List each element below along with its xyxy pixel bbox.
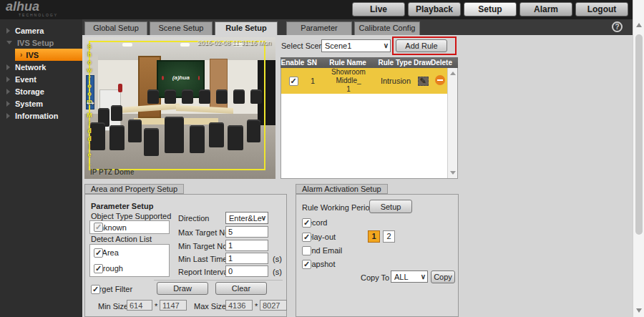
unknown-checkbox[interactable]: ✓	[94, 223, 103, 232]
chevron-down-icon: ∨	[421, 271, 426, 283]
table-scrollbar[interactable]	[447, 68, 457, 178]
sidebar-item-information[interactable]: Information	[0, 109, 82, 122]
send-email-checkbox[interactable]	[302, 246, 311, 255]
tab-rule-setup[interactable]: Rule Setup	[215, 21, 278, 35]
min-size-width-input[interactable]: 614	[127, 300, 152, 311]
multiply-sign: *	[155, 302, 157, 311]
col-delete: Delete	[431, 59, 447, 67]
sidebar-item-camera[interactable]: Camera	[0, 24, 82, 36]
col-draw: Draw	[414, 59, 431, 67]
relay-channel-2-button[interactable]: 2	[383, 230, 395, 243]
nav-logout-button[interactable]: Logout	[575, 2, 628, 16]
rule-name: Showroom Middle_ 1	[320, 68, 377, 94]
dahua-logo: alhua TECHNOLOGY	[6, 0, 58, 17]
rules-table-header: Enable SN Rule Name Rule Type Draw Delet…	[280, 57, 458, 68]
target-filter-row: ✓ Target Filter	[91, 285, 132, 293]
relay-out-option: ✓ Relay-out	[302, 233, 336, 241]
draw-rule-icon[interactable]: ✎	[418, 77, 429, 86]
snapshot-checkbox[interactable]: ✓	[302, 260, 311, 269]
chevron-down-icon: ∨	[261, 213, 266, 224]
divider	[154, 280, 283, 281]
add-rule-button[interactable]: Add Rule	[396, 39, 447, 52]
rule-enable-checkbox[interactable]: ✓	[289, 77, 298, 86]
delete-rule-icon[interactable]	[435, 75, 445, 85]
browser-scrollbar[interactable]	[633, 0, 644, 317]
expanded-arrow-icon	[6, 41, 12, 44]
max-target-label: Max Target No.	[178, 228, 231, 237]
max-target-input[interactable]: 5	[225, 226, 268, 238]
min-target-label: Min Target No.	[178, 242, 229, 250]
min-last-time-input[interactable]: 1	[225, 253, 268, 264]
tab-global-setup[interactable]: Global Setup	[84, 21, 147, 35]
logo-sub-text: TECHNOLOGY	[19, 14, 58, 17]
sidebar-item-label: Storage	[15, 87, 44, 96]
collapsed-arrow-icon	[6, 77, 10, 82]
collapsed-arrow-icon	[6, 101, 10, 107]
min-target-input[interactable]: 1	[225, 240, 268, 251]
max-size-label: Max Size	[194, 302, 226, 311]
relay-out-checkbox[interactable]: ✓	[302, 233, 311, 242]
area-property-title: Area and Property Setup	[84, 184, 184, 194]
sidebar-item-storage[interactable]: Storage	[0, 85, 82, 97]
send-email-option: Send Email	[302, 246, 342, 255]
clear-button[interactable]: Clear	[215, 282, 267, 295]
sidebar-item-ivs[interactable]: › IVS	[15, 49, 82, 61]
main-nav: Live Playback Setup Alarm Logout	[352, 2, 628, 16]
tab-parameter[interactable]: Parameter	[286, 21, 352, 35]
sidebar-item-label: Information	[15, 112, 59, 120]
sidebar-item-label: Event	[15, 75, 36, 84]
sidebar-item-label: Network	[15, 63, 46, 72]
tab-strip: Global Setup Scene Setup Rule Setup Para…	[82, 19, 633, 35]
relay-channel-1-button[interactable]: 1	[368, 230, 380, 243]
sidebar-item-system[interactable]: System	[0, 97, 82, 109]
osd-camera-name: IP PTZ Dome	[90, 168, 135, 176]
scene-select-value: Scene1	[325, 42, 351, 50]
scroll-up-icon[interactable]	[636, 23, 642, 27]
sidebar-item-ivs-setup[interactable]: IVS Setup	[0, 36, 82, 49]
sidebar-item-network[interactable]: Network	[0, 61, 82, 73]
scroll-down-icon[interactable]	[450, 171, 456, 175]
copy-to-select[interactable]: ALL ∨	[391, 270, 428, 283]
nav-playback-button[interactable]: Playback	[408, 2, 461, 16]
help-icon[interactable]: ?	[612, 21, 623, 32]
alarm-activation-title: Alarm Activation Setup	[296, 184, 388, 194]
min-size-height-input[interactable]: 1147	[160, 300, 187, 311]
copy-button[interactable]: Copy	[431, 270, 455, 283]
scrollbar-thumb[interactable]	[635, 34, 643, 235]
tab-calibrate-config[interactable]: Calibrate Config	[354, 21, 420, 35]
nav-alarm-button[interactable]: Alarm	[519, 2, 572, 16]
min-size-label: Min Size	[98, 302, 128, 311]
sidebar-item-event[interactable]: Event	[0, 73, 82, 85]
table-row[interactable]: ✓ 1 Showroom Middle_ 1 Intrusion ✎	[281, 68, 448, 94]
video-preview[interactable]: (a)hua Showroom Middle_ ↔ 2016-02-08 11:…	[84, 37, 275, 179]
direction-select[interactable]: Enter&Le ∨	[225, 212, 268, 224]
through-checkbox[interactable]: ✓	[94, 264, 103, 273]
min-last-time-label: Min Last Time	[178, 255, 227, 263]
logo-brand-text: alhua	[6, 0, 39, 14]
alarm-activation-panel: Rule Working Period Setup ✓ Record ✓ Rel…	[296, 194, 459, 317]
max-size-width-input[interactable]: 4136	[225, 300, 253, 311]
detect-action-box: ✓ In Area ✓ Through	[89, 244, 170, 277]
chevron-down-icon: ∨	[384, 40, 389, 52]
copy-to-label: Copy To	[361, 273, 389, 282]
tab-scene-setup[interactable]: Scene Setup	[150, 21, 213, 35]
nav-live-button[interactable]: Live	[352, 2, 405, 16]
scene-select[interactable]: Scene1 ∨	[321, 39, 391, 52]
in-area-checkbox[interactable]: ✓	[94, 248, 103, 258]
seconds-unit: (s)	[273, 255, 282, 263]
copy-to-value: ALL	[394, 271, 409, 283]
setup-button[interactable]: Setup	[369, 200, 412, 213]
active-arrow-icon: ›	[20, 51, 22, 59]
scroll-up-icon[interactable]	[450, 72, 456, 75]
intrusion-rule-area[interactable]	[89, 41, 265, 170]
nav-setup-button[interactable]: Setup	[464, 2, 517, 16]
report-interval-input[interactable]: 0	[225, 265, 268, 277]
record-checkbox[interactable]: ✓	[302, 218, 311, 228]
area-property-panel: Parameter Setup Object Type Supported ✓ …	[84, 194, 287, 317]
max-size-height-input[interactable]: 8027	[260, 300, 287, 311]
direction-value: Enter&Le	[229, 213, 262, 224]
sidebar-item-label: IVS Setup	[17, 39, 54, 47]
scroll-down-icon[interactable]	[636, 308, 642, 313]
draw-button[interactable]: Draw	[157, 282, 208, 295]
target-filter-checkbox[interactable]: ✓	[91, 285, 100, 294]
